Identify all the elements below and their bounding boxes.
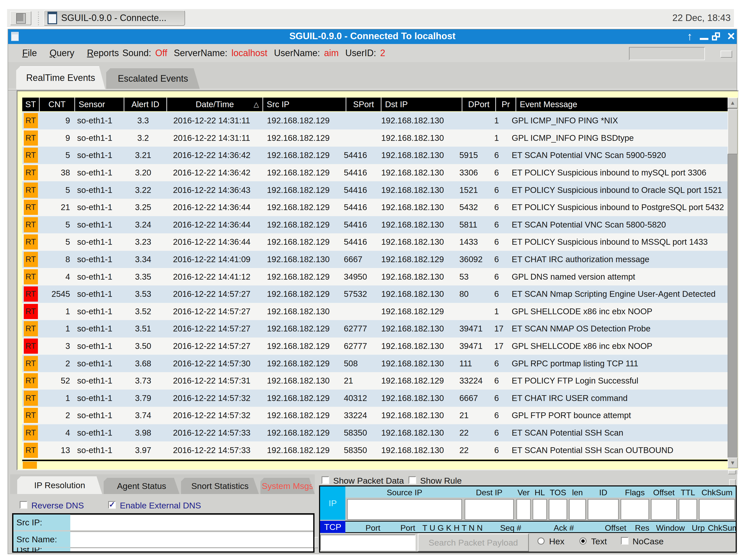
sort-asc-icon: △ [254, 100, 259, 109]
scroll-up-icon[interactable]: ▲ [728, 97, 738, 108]
event-row[interactable]: RT1so-eth1-13.792016-12-22 14:57:32192.1… [22, 390, 728, 407]
ip-value-field[interactable] [588, 499, 619, 520]
ip-value-field[interactable] [621, 499, 649, 520]
cell-pr: 6 [489, 441, 509, 459]
close-icon[interactable]: × [725, 29, 737, 43]
event-row[interactable]: RT13so-eth1-13.972016-12-22 14:57:33192.… [22, 441, 728, 459]
column-header-alert_id[interactable]: Alert ID [124, 97, 166, 111]
event-row[interactable]: RT2so-eth1-13.742016-12-22 14:57:32192.1… [22, 407, 728, 424]
cell-src_ip: 192.168.182.129 [259, 147, 342, 164]
ip-value-field[interactable] [651, 499, 677, 520]
minimize-icon[interactable] [700, 38, 709, 40]
tab-agent-status[interactable]: Agent Status [104, 478, 180, 494]
search-payload-input[interactable] [320, 535, 416, 551]
cell-msg: GPL DNS named version attempt [509, 268, 728, 285]
ip-value-field[interactable] [533, 499, 547, 520]
event-row[interactable]: RT21so-eth1-13.252016-12-22 14:36:44192.… [22, 199, 728, 216]
enable-external-dns-checkbox[interactable] [108, 501, 116, 509]
tab-escalated-events[interactable]: Escalated Events [106, 68, 200, 89]
src-ip-label: Src IP: [13, 514, 70, 530]
event-row[interactable]: RT52so-eth1-13.732016-12-22 14:57:31192.… [22, 372, 728, 390]
cell-dport: 39471 [456, 320, 489, 338]
event-row[interactable]: RT1so-eth1-13.522016-12-22 14:57:27192.1… [22, 303, 728, 320]
column-header-msg[interactable]: Event Message [516, 97, 728, 111]
reverse-dns-checkbox[interactable] [20, 501, 27, 509]
search-payload-button[interactable]: Search Packet Payload [418, 534, 529, 552]
show-packet-data-checkbox[interactable] [322, 476, 329, 484]
status-badge: RT [24, 408, 38, 423]
event-row[interactable]: RT5so-eth1-13.222016-12-22 14:36:43192.1… [22, 181, 728, 199]
event-row[interactable]: RT5so-eth1-13.242016-12-22 14:36:44192.1… [22, 216, 728, 233]
status-value: 2 [380, 48, 385, 58]
status-badge: RT [24, 217, 38, 232]
cell-dport: 3306 [456, 164, 489, 182]
scroll-down-icon[interactable]: ▼ [728, 458, 738, 468]
event-row[interactable]: RT4so-eth1-13.352016-12-22 14:41:12192.1… [22, 268, 728, 285]
tab-system-msgs[interactable]: System Msgs [260, 478, 315, 494]
cell-cnt: 2 [39, 407, 74, 424]
column-header-dst_ip[interactable]: Dst IP [382, 97, 462, 111]
column-header-cnt[interactable]: CNT [40, 97, 74, 111]
scrollbar-thumb[interactable] [728, 109, 738, 154]
tab-realtime-events[interactable]: RealTime Events [16, 66, 105, 89]
cell-datetime: 2016-12-22 14:36:44 [164, 233, 259, 251]
nocase-checkbox[interactable] [621, 537, 628, 545]
column-header-datetime[interactable]: Date/Time△ [167, 97, 262, 111]
ip-value-field[interactable] [347, 499, 462, 520]
event-row[interactable]: RT8so-eth1-13.342016-12-22 14:41:09192.1… [22, 251, 728, 268]
menu-status: Sound:OffServerName:localhostUserName:ai… [122, 44, 385, 62]
column-header-src_ip[interactable]: Src IP [263, 97, 346, 111]
ip-col-label: len [568, 488, 587, 497]
event-row[interactable]: RT5so-eth1-13.232016-12-22 14:36:44192.1… [22, 233, 728, 251]
event-row[interactable]: RT1so-eth1-13.512016-12-22 14:57:27192.1… [22, 320, 728, 338]
event-row[interactable]: RT5so-eth1-13.212016-12-22 14:36:42192.1… [22, 147, 728, 164]
ip-value-field[interactable] [699, 499, 735, 520]
event-row[interactable]: RT3so-eth1-13.502016-12-22 14:57:27192.1… [22, 338, 728, 355]
cell-st: RT [22, 303, 39, 320]
cell-pr: 6 [489, 407, 509, 424]
tcp-col-label: Ack # [546, 523, 582, 533]
cell-dst_ip: 192.168.182.130 [376, 233, 456, 251]
ip-value-field[interactable] [679, 499, 697, 520]
ip-value-field[interactable] [517, 499, 531, 520]
column-header-sensor[interactable]: Sensor [75, 97, 124, 111]
cell-sensor: so-eth1-1 [74, 355, 122, 372]
text-radio[interactable] [580, 538, 587, 545]
column-header-dport[interactable]: DPort [462, 97, 495, 111]
menu-file[interactable]: File [22, 48, 37, 58]
column-header-sport[interactable]: SPort [346, 97, 381, 111]
column-header-pr[interactable]: Pr [496, 97, 516, 111]
ip-value-field[interactable] [569, 499, 586, 520]
event-row[interactable]: RT9so-eth1-13.22016-12-22 14:31:11192.16… [22, 129, 728, 147]
ip-value-field[interactable] [549, 499, 567, 520]
show-desktop-button[interactable] [10, 11, 31, 25]
dst-ip-field-clipped[interactable] [70, 548, 313, 551]
show-rule-checkbox[interactable] [409, 476, 416, 484]
event-row[interactable]: RT38so-eth1-13.202016-12-22 14:36:42192.… [22, 164, 728, 182]
hex-radio[interactable] [537, 538, 545, 545]
event-row-partial[interactable] [22, 461, 728, 469]
column-header-st[interactable]: ST [22, 97, 39, 111]
cell-src_ip: 192.168.182.129 [259, 181, 342, 199]
tab-snort-statistics[interactable]: Snort Statistics [181, 478, 259, 494]
event-row[interactable]: RT2so-eth1-13.682016-12-22 14:57:30192.1… [22, 355, 728, 372]
tab-ip-resolution[interactable]: IP Resolution [17, 476, 102, 494]
src-name-field[interactable] [70, 532, 313, 547]
cell-st: RT [22, 390, 39, 407]
event-row[interactable]: RT4so-eth1-13.982016-12-22 14:57:33192.1… [22, 424, 728, 442]
restore-icon-front[interactable] [712, 36, 717, 41]
cell-msg: ET SCAN NMAP OS Detection Probe [509, 320, 728, 338]
menu-resize-tick[interactable] [721, 51, 732, 58]
menu-query[interactable]: Query [50, 48, 74, 58]
taskbar-window-button[interactable]: SGUIL-0.9.0 - Connecte... [44, 10, 185, 26]
splitter-grip[interactable] [728, 470, 736, 474]
ip-value-field[interactable] [465, 499, 514, 520]
ip-col-label: Source IP [346, 488, 463, 497]
shade-window-icon[interactable]: ↑ [684, 30, 696, 43]
src-ip-field[interactable] [70, 514, 313, 530]
status-label: UserID: [345, 48, 376, 58]
event-row[interactable]: RT2545so-eth1-13.532016-12-22 14:57:2719… [22, 285, 728, 303]
cell-dst_ip: 192.168.182.129 [376, 303, 456, 320]
event-row[interactable]: RT9so-eth1-13.32016-12-22 14:31:11192.16… [22, 112, 728, 129]
menu-reports[interactable]: Reports [87, 48, 119, 58]
